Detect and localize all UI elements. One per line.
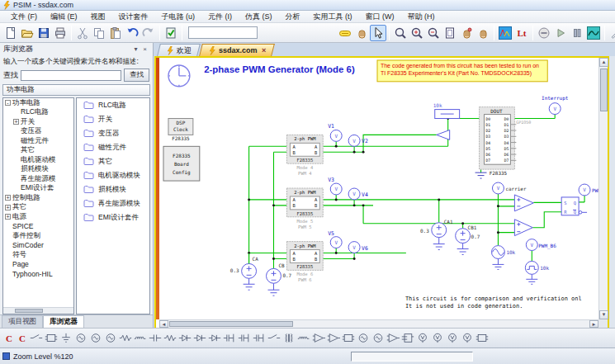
wire-icon[interactable] (29, 331, 44, 345)
note-box[interactable]: The code generated from this circuit has… (377, 60, 547, 82)
resistor-10k[interactable]: 10k (433, 102, 460, 119)
capacitor-icon[interactable] (148, 331, 163, 345)
tree-expander-icon[interactable] (5, 262, 11, 267)
pwm-b6-probe[interactable]: V PWM_B6 (526, 239, 556, 251)
opamp-icon[interactable] (311, 331, 326, 345)
current-source-icon[interactable] (103, 331, 118, 345)
voltage-sensor-icon[interactable] (415, 331, 430, 345)
tree-item[interactable]: Page (3, 260, 73, 270)
logic-gate-icon[interactable] (386, 331, 400, 345)
menu-item[interactable]: 窗口 (W) (360, 11, 400, 23)
library-folder-item[interactable]: 再生能源模块 (77, 196, 149, 210)
not-gate[interactable] (437, 130, 450, 139)
tree-item[interactable]: EMI设计套 (3, 184, 73, 194)
current-sensor-icon[interactable] (430, 331, 445, 345)
tree-item[interactable]: + 开关 (3, 117, 73, 127)
tree-item[interactable]: 其它 (3, 146, 73, 156)
scroll-right-icon[interactable]: ► (589, 320, 598, 328)
tree-item[interactable]: + 其它 (3, 203, 73, 213)
copy-icon[interactable] (91, 25, 107, 41)
ac-source-icon[interactable] (88, 331, 103, 345)
library-folder-item[interactable]: RLC电路 (77, 98, 149, 112)
tree-item[interactable]: 损耗模块 (3, 165, 73, 175)
library-folder-item[interactable]: 磁性元件 (77, 140, 149, 154)
print-icon[interactable] (52, 25, 69, 41)
sidebar-bottom-tab[interactable]: 项目视图 (2, 315, 43, 328)
simulation-check-icon[interactable] (163, 25, 179, 41)
fit-page-icon[interactable] (442, 25, 458, 41)
tree-expander-icon[interactable] (5, 252, 11, 258)
menu-item[interactable]: 分析 (280, 11, 306, 23)
c-block-icon[interactable]: C (2, 333, 16, 343)
zoom-in-icon[interactable] (409, 25, 425, 41)
find-input[interactable] (21, 70, 121, 81)
redo-icon[interactable] (140, 25, 157, 41)
sidebar-bottom-tab[interactable]: 库浏览器 (43, 315, 84, 328)
zener-icon[interactable] (192, 331, 207, 345)
tree-expander-icon[interactable] (13, 110, 19, 116)
new-icon[interactable] (2, 25, 19, 41)
document-tab[interactable]: ssdax.com × (199, 44, 275, 56)
tree-expander-icon[interactable] (13, 138, 19, 144)
document-tab[interactable]: 欢迎 (157, 44, 201, 56)
lt-icon[interactable]: Lt (513, 25, 530, 41)
find-button[interactable]: 查找 (124, 69, 149, 82)
horizontal-scroll-thumb[interactable] (169, 321, 293, 327)
tree-item[interactable]: Typhoon-HIL (3, 269, 73, 279)
category-selector[interactable]: 功率电路 (2, 84, 150, 96)
run-simview-icon[interactable] (497, 25, 513, 41)
transformer-icon[interactable] (281, 331, 296, 345)
pwm-probe[interactable]: V PWM (579, 184, 598, 196)
dc-source-icon[interactable] (73, 331, 88, 345)
menu-item[interactable]: 文件 (F) (5, 11, 43, 23)
paste-icon[interactable] (107, 25, 124, 41)
library-folder-item[interactable]: 电机驱动模块 (77, 168, 149, 182)
open-icon[interactable] (19, 25, 35, 41)
schematic-canvas[interactable]: 2-phase PWM Generator (Mode 6) The code … (159, 58, 598, 319)
tree-item[interactable]: 符号 (3, 250, 73, 260)
carrier-source[interactable]: 10k (491, 246, 515, 270)
c-script-icon[interactable]: C (16, 333, 29, 343)
tree-expander-icon[interactable]: - (5, 100, 11, 106)
library-folder-item[interactable]: 损耗模块 (77, 182, 149, 196)
tree-expander-icon[interactable] (13, 176, 19, 182)
scope-icon[interactable] (475, 331, 490, 345)
clock-symbol[interactable] (168, 65, 190, 87)
menu-item[interactable]: 元件 (I) (202, 11, 238, 23)
zoom-icon[interactable] (392, 25, 409, 41)
tree-expander-icon[interactable] (13, 167, 19, 173)
library-folder-list[interactable]: RLC电路 开关 变压器 磁性元件 (76, 97, 150, 314)
menu-item[interactable]: 帮助 (H) (402, 11, 441, 23)
comparator-2[interactable] (514, 220, 532, 236)
tree-expander-icon[interactable]: + (5, 195, 11, 201)
tree-expander-icon[interactable] (5, 271, 11, 277)
capsule-icon[interactable] (337, 25, 353, 41)
stop-icon[interactable] (536, 25, 552, 41)
igbt-icon[interactable] (252, 331, 267, 345)
pwm-block-2[interactable]: 2-ph PWM A A B B F28335 Mode 5 PWM 5 (286, 188, 323, 229)
label-icon[interactable] (44, 331, 59, 345)
comparator-icon[interactable] (326, 331, 341, 345)
carrier-probe[interactable]: V carrier (492, 182, 526, 194)
scroll-left-icon[interactable]: ◄ (159, 320, 168, 328)
library-folder-item[interactable]: 开关 (77, 112, 149, 126)
pan-hand-icon[interactable] (353, 25, 370, 41)
inductor-icon[interactable] (133, 331, 148, 345)
panel-collapse-icon[interactable]: ▾ (131, 45, 140, 53)
rlc-branch-icon[interactable] (163, 331, 177, 345)
tree-expander-icon[interactable]: + (5, 214, 11, 220)
canvas-vertical-scrollbar[interactable]: ▲ ▼ (598, 58, 608, 319)
run-icon[interactable] (552, 25, 569, 41)
diode-icon[interactable] (177, 331, 192, 345)
tree-item[interactable]: 事件控制 (3, 231, 73, 241)
tree-item[interactable]: SimCoder (3, 241, 73, 251)
menu-item[interactable]: 实用工具 (t) (308, 11, 358, 23)
switch-icon[interactable] (267, 331, 281, 345)
tree-hscroll-thumb[interactable] (15, 309, 43, 313)
tree-item[interactable]: 再生能源模 (3, 174, 73, 184)
source-cb1[interactable]: CB1 0.7 (456, 225, 480, 255)
pause-icon[interactable] (569, 25, 585, 41)
pwm-block-1[interactable]: 2-ph PWM A A B B F28335 Mode 4 PWM 4 (286, 135, 323, 176)
tree-item[interactable]: 磁性元件 (3, 136, 73, 146)
coupled-inductor-icon[interactable] (296, 331, 311, 345)
